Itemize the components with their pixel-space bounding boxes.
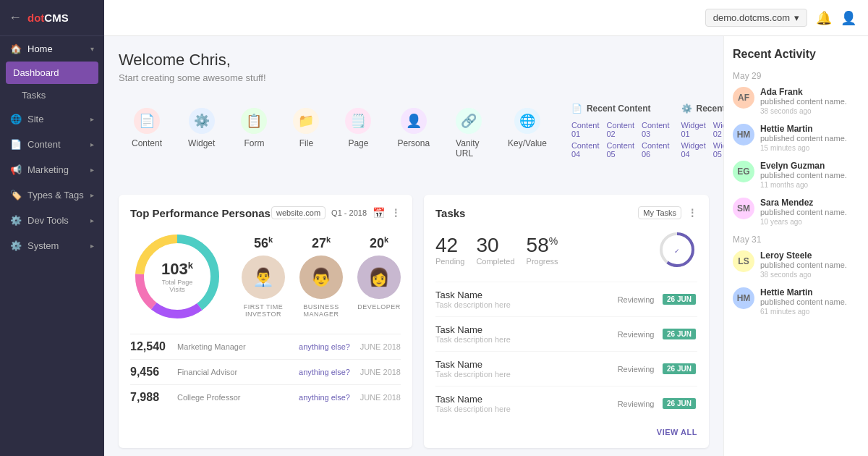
sidebar-item-dashboard[interactable]: Dashboard [6,62,98,84]
recent-content-title: Recent Content [587,104,651,114]
task-stat-pending: 42 Pending [435,234,464,266]
activity-text: Hettie Martin published content name. 15… [760,124,859,152]
quick-link-file[interactable]: 📁 File [280,98,332,169]
sidebar-item-types-tags[interactable]: 🏷️ Types & Tags ▸ [0,182,104,208]
persona-row-link[interactable]: anything else? [299,342,350,351]
avatar: LS [733,250,754,272]
recent-content-link[interactable]: Content 04 [571,141,600,159]
view-all-button[interactable]: VIEW ALL [435,428,697,436]
quick-link-widget[interactable]: ⚙️ Widget [175,98,228,169]
quick-link-page[interactable]: 🗒️ Page [332,98,384,169]
vanity-icon: 🔗 [456,108,482,134]
widget-icon: ⚙️ [189,108,215,134]
persona-label: BUSINESS MANAGER [299,303,343,318]
persona-row-num: 7,988 [130,391,170,404]
persona-bar-business: 27k 👨 BUSINESS MANAGER [299,235,343,318]
website-filter[interactable]: website.com [271,206,326,219]
tasks-filter[interactable]: My Tasks [638,206,681,219]
sidebar-item-home[interactable]: 🏠 Home ▾ [0,36,104,62]
activity-action: published content name. [760,171,859,180]
recent-widget-link[interactable]: Widget 04 [681,141,706,159]
sidebar-item-label: Dashboard [13,67,59,78]
recent-content-section: 📄 Recent Content Content 01 Content 02 C… [571,104,670,159]
quick-link-label: Page [348,138,368,148]
welcome-subtitle: Start creating some awesome stuff! [119,72,709,83]
sidebar-item-content[interactable]: 📄 Content ▸ [0,132,104,157]
content-icon: 📄 [134,108,160,134]
keyvalue-icon: 🌐 [514,108,540,134]
tasks-more-icon[interactable]: ⋮ [687,207,697,219]
quick-link-content[interactable]: 📄 Content [119,98,175,169]
sidebar-item-dev-tools[interactable]: ⚙️ Dev Tools ▸ [0,208,104,233]
recent-widget-link[interactable]: Widget 01 [681,121,706,138]
quick-link-label: Content [132,138,162,148]
user-avatar-icon[interactable]: 👤 [841,10,856,26]
task-date: 26 JUN [661,398,697,409]
more-icon[interactable]: ⋮ [391,207,401,219]
recent-widget-link[interactable]: Widget 02 [713,121,723,138]
sidebar-item-tasks[interactable]: Tasks [0,84,104,106]
recent-widgets-section: ⚙️ Recent Widgets Widget 01 Widget 02 Wi… [681,104,724,159]
recent-content-link[interactable]: Content 02 [606,121,634,138]
task-name: Task Name [435,359,610,370]
persona-row-link[interactable]: anything else? [299,393,350,402]
activity-item: LS Leroy Steele published content name. … [733,250,859,279]
activity-date-label: May 29 [733,71,859,81]
task-stat-label: Progress [527,257,558,266]
marketing-icon: 📢 [10,164,22,175]
sidebar-item-marketing[interactable]: 📢 Marketing ▸ [0,157,104,182]
logo-dot: dot [27,12,44,24]
progress-check-icon: ✓ [674,248,680,255]
recent-widgets-grid: Widget 01 Widget 02 Widget 03 Widget 04 … [681,121,724,159]
tasks-controls: My Tasks ⋮ [638,206,697,219]
chevron-right-icon: ▸ [90,216,94,224]
sidebar-item-site[interactable]: 🌐 Site ▸ [0,106,104,132]
quick-link-form[interactable]: 📋 Form [228,98,280,169]
form-icon: 📋 [241,108,267,134]
quick-link-persona[interactable]: 👤 Persona [384,98,443,169]
persona-table-row: 9,456 Financial Advisor anything else? J… [130,359,401,384]
tasks-title: Tasks [435,207,465,219]
recent-content-link[interactable]: Content 01 [571,121,600,138]
task-stat-label: Completed [476,257,514,266]
activity-action: published content name. [760,97,859,106]
content-area: Welcome Chris, Start creating some aweso… [104,36,868,456]
quick-link-label: File [299,138,313,148]
donut-label: Total Page Visits [154,279,201,293]
back-button[interactable]: ← [9,10,22,25]
task-desc: Task description here [435,335,610,344]
quick-link-vanity[interactable]: 🔗 Vanity URL [443,98,495,169]
avatar: HM [733,287,754,309]
recent-content-link[interactable]: Content 03 [642,121,670,138]
persona-avatar: 👨‍💼 [242,256,285,299]
page-icon: 🗒️ [345,108,371,134]
chevron-right-icon: ▸ [90,166,94,174]
activity-item: SM Sara Mendez published content name. 1… [733,198,859,226]
sidebar-logo: ← dotCMS [0,0,104,36]
activity-item: HM Hettie Martin published content name.… [733,124,859,152]
recent-content-link[interactable]: Content 06 [642,141,670,159]
recent-content-icon: 📄 [571,104,582,114]
task-date-label: 26 JUN [663,294,696,305]
tasks-header: Tasks My Tasks ⋮ [435,206,697,219]
recent-content-link[interactable]: Content 05 [606,141,634,159]
system-icon: ⚙️ [10,240,22,251]
task-date: 26 JUN [661,294,697,305]
sidebar-item-label: Tasks [22,90,46,101]
recent-widget-link[interactable]: Widget 05 [713,141,723,159]
sidebar-item-label: System [27,240,59,251]
activity-action: published content name. [760,297,859,306]
quick-link-keyvalue[interactable]: 🌐 Key/Value [495,98,560,169]
quick-link-label: Persona [397,138,430,148]
activity-name: Ada Frank [760,87,859,97]
sidebar-item-system[interactable]: ⚙️ System ▸ [0,233,104,258]
chevron-down-icon: ▾ [90,45,94,53]
domain-selector[interactable]: demo.dotcms.com ▾ [705,9,807,27]
persona-row-link[interactable]: anything else? [299,368,350,376]
notification-bell-icon[interactable]: 🔔 [816,10,832,26]
donut-chart: 103k Total Page Visits [130,229,224,324]
task-desc: Task description here [435,300,610,309]
sidebar-item-label: Site [27,114,43,124]
calendar-icon[interactable]: 📅 [373,207,385,219]
task-name: Task Name [435,394,610,405]
